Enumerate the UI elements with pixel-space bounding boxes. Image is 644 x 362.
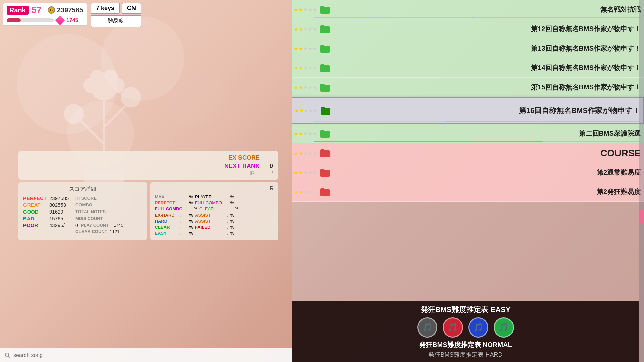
ir-separator: / xyxy=(272,170,273,176)
ir-panel: IR MAX . % PLAYER . % PERFECT . % FU xyxy=(150,182,279,240)
bottom-icon-3[interactable]: 🎵 xyxy=(494,317,514,338)
folder-icon-3 xyxy=(320,63,330,73)
bottom-panel-title3: 発狂BMS難度推定表 HARD xyxy=(297,351,635,359)
gold-icon: G xyxy=(48,6,55,14)
stars-box-1: ★ ★ ★ ★ ★ xyxy=(294,26,317,32)
ir-max-pct: . xyxy=(180,194,187,199)
svg-point-12 xyxy=(5,353,9,356)
song-item-4[interactable]: ★ ★ ★ ★ ★ 第15回自称無名BMS作家が物申す！ xyxy=(292,78,644,97)
song-title-3: 第14回自称無名BMS作家が物申す！ xyxy=(333,63,641,72)
bad-label: BAD xyxy=(23,216,47,221)
ir-perfect-key: PERFECT xyxy=(155,200,178,205)
ir-exhard-key: EX-HARD xyxy=(155,213,178,218)
progress-fill xyxy=(7,18,21,22)
ir-row-clear: CLEAR . % FAILED . % xyxy=(155,225,274,230)
stars-box-2: ★ ★ ★ ★ ★ xyxy=(294,46,317,51)
ir-assist-type1: ASSIST xyxy=(195,213,225,218)
poor-value2: 0 xyxy=(75,223,78,228)
song-title-6: 第二回BMS衆議院選 xyxy=(333,129,641,138)
keys-button[interactable]: 7 keys xyxy=(91,3,120,14)
perfect-label: PERFECT xyxy=(23,195,47,201)
song-title-8: 第2通常難易度 xyxy=(333,168,641,177)
ir-row-perfect: PERFECT . % FULLCOMBO . % xyxy=(155,200,274,205)
folder-icon-8 xyxy=(320,168,330,177)
ir-label: IR xyxy=(250,170,255,176)
stars-box-8: ★ ★ ★ ★ ★ xyxy=(294,170,317,175)
score-detail-title: スコア詳細 xyxy=(23,186,142,193)
song-list-panel: ★ ★ ★ ★ ★ 無名戦対抗戦 ★ ★ ★ ★ ★ xyxy=(292,0,644,362)
song-item-2[interactable]: ★ ★ ★ ★ ★ 第13回自称無名BMS作家が物申す！ xyxy=(292,39,644,58)
scrollbar-thumb[interactable] xyxy=(639,210,644,223)
bottom-icon-0[interactable]: 🎵 xyxy=(417,317,437,338)
difficulty-button[interactable]: 難易度 xyxy=(91,15,141,27)
song-item-7[interactable]: ★ ★ ★ ★ ★ COURSE xyxy=(292,143,644,163)
ir-player-type: PLAYER xyxy=(195,194,225,199)
cn-button[interactable]: CN xyxy=(122,3,141,14)
song-title-9: 第2発狂難易度 xyxy=(333,187,641,196)
song-item-3[interactable]: ★ ★ ★ ★ ★ 第14回自称無名BMS作家が物申す！ xyxy=(292,58,644,78)
bottom-panel-title: 発狂BMS難度推定表 EASY xyxy=(297,305,635,315)
great-row: GREAT 802553 COMBO xyxy=(23,202,142,208)
score-detail-panel: スコア詳細 PERFECT 2397585 HI SCORE GREAT 802… xyxy=(18,182,147,240)
next-rank-label: NEXT RANK xyxy=(224,163,260,170)
ir-easy-key: EASY xyxy=(155,231,178,236)
folder-icon-1 xyxy=(320,24,330,34)
song-item-5[interactable]: ★ ★ ★ ★ ★ 第16回自称無名BMS作家が物申す！ xyxy=(292,97,644,124)
bottom-panel-title2: 発狂BMS難度推定表 NORMAL xyxy=(297,340,635,349)
folder-icon-2 xyxy=(320,44,330,53)
play-count-label: PLAY COUNT xyxy=(81,223,111,228)
song-title-5: 第16回自称無名BMS作家が物申す！ xyxy=(334,106,640,116)
search-icon xyxy=(5,352,11,358)
song-item-1[interactable]: ★ ★ ★ ★ ★ 第12回自称無名BMS作家が物申す！ xyxy=(292,19,644,39)
stars-box-9: ★ ★ ★ ★ ★ xyxy=(294,189,317,195)
poor-row: POOR 43295/ 0 PLAY COUNT 1745 xyxy=(23,222,142,228)
ir-row-hard: HARD . % ASSIST . % xyxy=(155,219,274,224)
keys-difficulty-box: 7 keys CN 難易度 xyxy=(91,3,141,27)
rank-box: Rank 57 G 2397585 1745 xyxy=(3,3,87,26)
song-title-2: 第13回自称無名BMS作家が物申す！ xyxy=(333,44,641,53)
poor-label: POOR xyxy=(23,222,47,228)
ir-fullcombo-type: FULLCOMBO xyxy=(195,200,225,205)
folder-icon-6 xyxy=(320,129,330,138)
bottom-panel: 発狂BMS難度推定表 EASY 🎵 🎵 🎵 🎵 発狂BMS難度推定表 NORMA… xyxy=(292,301,639,362)
good-value: 91629 xyxy=(49,209,73,215)
diamond-icon xyxy=(55,16,65,25)
scrollbar[interactable] xyxy=(639,0,644,362)
bottom-icon-2[interactable]: 🎵 xyxy=(468,317,488,338)
ir-max-pct2: % xyxy=(189,194,193,199)
rank-label: Rank xyxy=(7,6,29,15)
ir-hard-key: HARD xyxy=(155,219,178,224)
ir-row-fullcombo: FULLCOMBO . % CLEAR . % xyxy=(155,206,274,212)
search-input[interactable] xyxy=(13,352,287,358)
miss-count-label: MISS COUNT xyxy=(75,216,106,221)
play-count-value: 1745 xyxy=(114,223,123,228)
ir-title: IR xyxy=(155,186,274,192)
song-item-6[interactable]: ★ ★ ★ ★ ★ 第二回BMS衆議院選 xyxy=(292,124,644,143)
total-notes-label: TOTAL NOTES xyxy=(75,209,106,214)
ir-max-key: MAX xyxy=(155,194,178,199)
bad-value: 15765 xyxy=(49,216,73,221)
song-item-8[interactable]: ★ ★ ★ ★ ★ 第2通常難易度 xyxy=(292,163,644,182)
song-title-1: 第12回自称無名BMS作家が物申す！ xyxy=(333,24,641,34)
rank-number: 57 xyxy=(31,5,42,15)
bad-row: BAD 15765 MISS COUNT xyxy=(23,216,142,221)
song-item-9[interactable]: ★ ★ ★ ★ ★ 第2発狂難易度 xyxy=(292,182,644,202)
folder-icon-4 xyxy=(320,83,330,92)
folder-icon-7 xyxy=(320,148,330,158)
good-row: GOOD 91629 TOTAL NOTES xyxy=(23,209,142,215)
great-label: GREAT xyxy=(23,202,47,208)
folder-icon-5 xyxy=(320,106,331,115)
stars-box-0: ★ ★ ★ ★ ★ xyxy=(294,7,317,12)
stars-box-7: ★ ★ ★ ★ ★ xyxy=(294,150,317,156)
clear-count-value: 1121 xyxy=(110,229,120,234)
folder-icon-9 xyxy=(320,187,330,197)
search-bar xyxy=(0,348,292,362)
ir-failed-type: FAILED xyxy=(195,225,225,230)
song-title-4: 第15回自称無名BMS作家が物申す！ xyxy=(333,83,641,92)
great-value: 802553 xyxy=(49,202,73,208)
combo-label: COMBO xyxy=(75,202,106,207)
diamond-score: 1745 xyxy=(66,17,78,23)
bottom-icon-1[interactable]: 🎵 xyxy=(443,317,463,338)
good-label: GOOD xyxy=(23,209,47,215)
song-item-0[interactable]: ★ ★ ★ ★ ★ 無名戦対抗戦 xyxy=(292,0,644,19)
